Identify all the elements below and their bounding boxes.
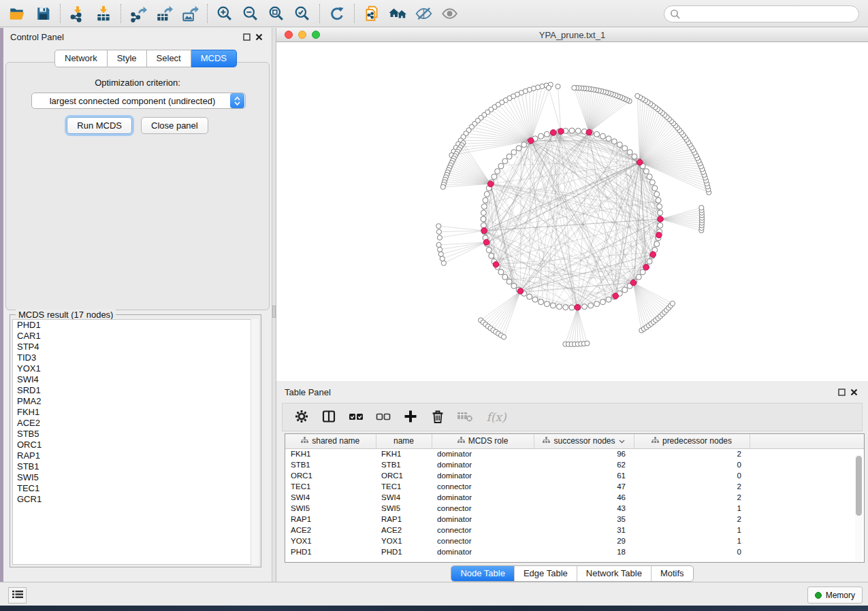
mcds-list-scrollbar[interactable] bbox=[251, 319, 259, 565]
memory-button[interactable]: Memory bbox=[807, 587, 863, 604]
clone-network-button[interactable] bbox=[359, 3, 385, 24]
memory-status-icon bbox=[815, 592, 822, 599]
save-session-button[interactable] bbox=[30, 3, 56, 24]
mcds-result-title: MCDS result (17 nodes) bbox=[16, 310, 116, 320]
search-input[interactable] bbox=[684, 10, 853, 19]
mcds-result-item[interactable]: TID3 bbox=[13, 352, 258, 363]
mcds-result-item[interactable]: SWI5 bbox=[13, 472, 258, 483]
tab-select[interactable]: Select bbox=[147, 50, 191, 67]
zoom-out-button[interactable] bbox=[238, 3, 263, 24]
task-history-button[interactable] bbox=[8, 587, 27, 604]
import-table-button[interactable] bbox=[91, 3, 116, 24]
network-window-titlebar[interactable]: YPA_prune.txt_1 bbox=[276, 28, 868, 42]
table-row[interactable]: FKH1FKH1dominator962 bbox=[285, 448, 864, 459]
open-file-button[interactable] bbox=[4, 3, 30, 24]
mcds-result-item[interactable]: YOX1 bbox=[13, 363, 258, 374]
mcds-result-item[interactable]: ORC1 bbox=[13, 440, 258, 450]
delete-table-button[interactable] bbox=[453, 406, 477, 429]
search-field[interactable] bbox=[664, 5, 859, 22]
table-row[interactable]: TEC1TEC1connector472 bbox=[285, 481, 864, 492]
mcds-result-item[interactable]: CAR1 bbox=[13, 331, 258, 342]
table-toolbar: f(x) bbox=[282, 403, 863, 431]
show-panel-button[interactable] bbox=[436, 3, 462, 24]
function-builder-button[interactable]: f(x) bbox=[480, 406, 513, 429]
unselect-all-button[interactable] bbox=[371, 406, 396, 429]
namespace-icon bbox=[301, 436, 308, 446]
mcds-result-item[interactable]: FKH1 bbox=[13, 407, 258, 418]
column-header-name[interactable]: name bbox=[376, 434, 432, 448]
refresh-layout-button[interactable] bbox=[324, 3, 350, 24]
zoom-fit-icon bbox=[268, 5, 285, 22]
mcds-result-item[interactable]: ACE2 bbox=[13, 418, 258, 429]
table-row[interactable]: PHD1PHD1dominator180 bbox=[285, 546, 864, 557]
list-icon bbox=[12, 590, 23, 601]
tab-network-table[interactable]: Network Table bbox=[577, 566, 652, 581]
table-row[interactable]: SWI4SWI4dominator462 bbox=[285, 492, 864, 503]
unchecked-boxes-icon bbox=[375, 409, 391, 426]
mcds-result-item[interactable]: STB1 bbox=[13, 461, 258, 472]
tab-style[interactable]: Style bbox=[108, 50, 147, 67]
tab-mcds[interactable]: MCDS bbox=[191, 50, 237, 67]
float-table-panel-button[interactable] bbox=[835, 386, 848, 397]
zoom-fit-button[interactable] bbox=[263, 3, 289, 24]
houses-icon bbox=[388, 5, 407, 22]
mcds-result-item[interactable]: STP4 bbox=[13, 342, 258, 352]
table-scrollbar-thumb[interactable] bbox=[856, 456, 862, 516]
namespace-icon bbox=[652, 436, 659, 446]
refresh-icon bbox=[328, 5, 346, 22]
open-file-icon bbox=[8, 5, 26, 22]
select-all-button[interactable] bbox=[344, 406, 368, 429]
export-image-icon bbox=[181, 5, 199, 22]
column-header-predecessor-nodes[interactable]: predecessor nodes bbox=[634, 434, 750, 448]
mcds-result-list[interactable]: PHD1CAR1STP4TID3YOX1SWI4SRD1PMA2FKH1ACE2… bbox=[12, 319, 259, 565]
table-row[interactable]: RAP1RAP1dominator352 bbox=[285, 514, 864, 525]
export-image-button[interactable] bbox=[177, 3, 203, 24]
table-scrollbar[interactable] bbox=[855, 455, 863, 561]
mcds-result-item[interactable]: SRD1 bbox=[13, 385, 258, 396]
status-bar: Memory bbox=[0, 582, 868, 606]
table-tabs-bar: Node TableEdge TableNetwork TableMotifs bbox=[276, 565, 868, 582]
tab-edge-table[interactable]: Edge Table bbox=[515, 566, 577, 581]
add-row-button[interactable] bbox=[398, 406, 423, 429]
tab-network[interactable]: Network bbox=[54, 50, 108, 67]
mcds-result-item[interactable]: PMA2 bbox=[13, 396, 258, 407]
criterion-dropdown[interactable]: largest connected component (undirected) bbox=[31, 93, 246, 109]
mcds-result-item[interactable]: STB5 bbox=[13, 429, 258, 440]
dropdown-stepper-icon bbox=[230, 93, 244, 108]
zoom-in-button[interactable] bbox=[212, 3, 238, 24]
control-panel-tabs: NetworkStyleSelectMCDS bbox=[54, 50, 237, 67]
mcds-result-item[interactable]: RAP1 bbox=[13, 450, 258, 461]
mcds-result-item[interactable]: PHD1 bbox=[13, 320, 258, 331]
close-panel-button-2[interactable]: Close panel bbox=[141, 117, 208, 134]
mcds-result-item[interactable]: SWI4 bbox=[13, 374, 258, 385]
table-row[interactable]: STB1STB1dominator620 bbox=[285, 459, 864, 470]
export-table-button[interactable] bbox=[151, 3, 177, 24]
column-header-MCDS-role[interactable]: MCDS role bbox=[432, 434, 534, 448]
table-row[interactable]: ACE2ACE2connector311 bbox=[285, 525, 864, 535]
table-row[interactable]: SWI5SWI5connector431 bbox=[285, 503, 864, 514]
show-columns-button[interactable] bbox=[317, 406, 341, 429]
zoom-selected-button[interactable] bbox=[289, 3, 315, 24]
hide-panel-button[interactable] bbox=[411, 3, 436, 24]
close-panel-button[interactable] bbox=[253, 31, 265, 42]
delete-row-button[interactable] bbox=[425, 406, 450, 429]
export-network-button[interactable] bbox=[125, 3, 151, 24]
network-graph-canvas[interactable] bbox=[276, 42, 868, 380]
import-network-button[interactable] bbox=[65, 3, 91, 24]
run-mcds-button[interactable]: Run MCDS bbox=[67, 117, 132, 134]
node-table: shared namenameMCDS rolesuccessor nodesp… bbox=[285, 433, 865, 563]
tab-motifs[interactable]: Motifs bbox=[652, 566, 693, 581]
column-header-successor-nodes[interactable]: successor nodes bbox=[534, 434, 634, 448]
close-table-panel-button[interactable] bbox=[848, 386, 860, 397]
table-row[interactable]: YOX1YOX1connector291 bbox=[285, 535, 864, 546]
column-header-shared-name[interactable]: shared name bbox=[285, 434, 376, 448]
network-manager-button[interactable] bbox=[385, 3, 411, 24]
mcds-result-item[interactable]: TEC1 bbox=[13, 483, 258, 494]
mcds-result-item[interactable]: GCR1 bbox=[13, 494, 258, 505]
tab-node-table[interactable]: Node Table bbox=[451, 566, 515, 581]
float-panel-button[interactable] bbox=[240, 31, 253, 42]
table-row[interactable]: ORC1ORC1dominator610 bbox=[285, 470, 864, 481]
table-settings-button[interactable] bbox=[289, 406, 314, 429]
zoom-out-icon bbox=[242, 5, 259, 22]
splitter-handle[interactable] bbox=[272, 306, 276, 318]
